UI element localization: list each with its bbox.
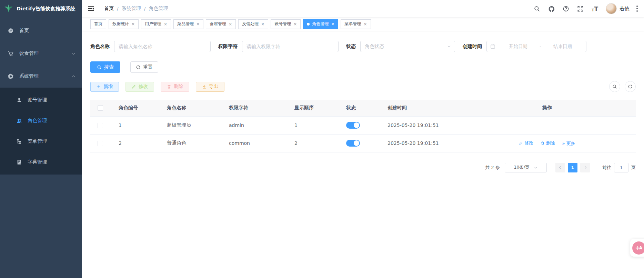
table-toolbar: 新增 修改 删除 导出 <box>90 81 636 92</box>
page-unit-label: 页 <box>631 165 636 171</box>
sidebar-fold-icon[interactable] <box>88 5 94 12</box>
tab-role-mgmt[interactable]: 角色管理× <box>303 19 338 29</box>
breadcrumb: 首页 / 系统管理 / 角色管理 <box>104 6 168 12</box>
close-icon[interactable]: × <box>131 22 135 26</box>
translate-button[interactable]: 中A <box>632 241 644 255</box>
next-page-button[interactable] <box>580 163 590 172</box>
logo-row[interactable]: Dietify智能饮食推荐系统 <box>0 0 82 17</box>
sidebar-item-diet[interactable]: 饮食管理 <box>0 42 82 65</box>
breadcrumb-home[interactable]: 首页 <box>104 6 114 12</box>
breadcrumb-current: 角色管理 <box>149 6 168 12</box>
github-icon[interactable] <box>548 6 555 12</box>
more-menu-icon[interactable] <box>635 4 639 13</box>
cell-created: 2025-05-20 19:01:51 <box>379 116 459 134</box>
tab-menu-mgmt[interactable]: 菜单管理× <box>341 19 371 29</box>
prev-page-button[interactable] <box>555 163 565 172</box>
status-toggle[interactable] <box>346 122 360 129</box>
chevron-down-icon <box>534 166 538 170</box>
tab-data-stats[interactable]: 数据统计× <box>109 19 139 29</box>
export-button[interactable]: 导出 <box>196 82 224 92</box>
pagination-total: 共 2 条 <box>485 165 500 171</box>
tree-table-icon <box>17 139 22 144</box>
sidebar-item-label: 字典管理 <box>28 159 47 165</box>
search-button[interactable]: 搜索 <box>90 61 120 73</box>
tab-ingredient-mgmt[interactable]: 食材管理× <box>206 19 236 29</box>
row-checkbox[interactable] <box>98 123 103 128</box>
cell-role-name: 普通角色 <box>159 134 221 152</box>
sidebar-item-label: 角色管理 <box>28 118 47 124</box>
close-icon[interactable]: × <box>164 22 167 26</box>
sidebar-item-dict[interactable]: 字典管理 <box>0 152 82 172</box>
close-icon[interactable]: × <box>363 22 367 26</box>
font-size-icon[interactable]: TT <box>592 6 598 12</box>
cell-order: 2 <box>286 134 341 152</box>
create-time-label: 创建时间 <box>463 43 482 50</box>
close-icon[interactable]: × <box>261 22 264 26</box>
main-area: 首页 / 系统管理 / 角色管理 <box>82 0 644 278</box>
filter-form: 角色名称 权限字符 状态 角色状态 创 <box>90 41 636 52</box>
sidebar-item-label: 账号管理 <box>28 97 47 103</box>
role-name-input[interactable] <box>114 41 211 52</box>
goto-label: 前往 <box>602 165 611 171</box>
filter-status: 状态 角色状态 <box>346 41 455 52</box>
row-edit-link[interactable]: 修改 <box>519 140 533 146</box>
app-logo-leaf-icon <box>3 3 14 14</box>
page-number-1[interactable]: 1 <box>568 163 577 172</box>
header-role-name: 角色名称 <box>159 100 221 116</box>
perm-key-input[interactable] <box>242 41 339 52</box>
cell-role-id: 1 <box>110 116 159 134</box>
header-ops: 操作 <box>459 100 636 116</box>
close-icon[interactable]: × <box>196 22 200 26</box>
tab-account-mgmt[interactable]: 账号管理× <box>271 19 301 29</box>
pagination: 共 2 条 10条/页 1 前往 页 <box>90 163 636 172</box>
tab-feedback[interactable]: 反馈处理× <box>238 19 268 29</box>
page-size-select[interactable]: 10条/页 <box>505 163 547 172</box>
tab-home[interactable]: 首页 <box>90 19 106 29</box>
table-row: 2 普通角色 common 2 2025-05-20 19:01:51 修改 <box>90 134 636 152</box>
search-actions: 搜索 重置 <box>90 61 636 73</box>
close-icon[interactable]: × <box>229 22 232 26</box>
page-content: 角色名称 权限字符 状态 角色状态 创 <box>82 31 644 278</box>
tab-user-mgmt[interactable]: 用户管理× <box>141 19 171 29</box>
end-date-placeholder[interactable]: 结束日期 <box>543 43 583 50</box>
fullscreen-icon[interactable] <box>577 6 584 12</box>
user-avatar[interactable] <box>606 3 617 14</box>
status-select[interactable]: 角色状态 <box>360 41 455 52</box>
cell-created: 2025-05-20 19:01:51 <box>379 134 459 152</box>
date-range-picker[interactable]: 开始日期 - 结束日期 <box>486 41 586 52</box>
row-checkbox[interactable] <box>98 141 103 146</box>
cell-role-name: 超级管理员 <box>159 116 221 134</box>
peoples-icon <box>17 118 22 123</box>
user-name[interactable]: 若依 <box>620 6 630 12</box>
add-button[interactable]: 新增 <box>90 82 119 92</box>
row-delete-link[interactable]: 删除 <box>541 140 555 146</box>
edit-button[interactable]: 修改 <box>125 82 154 92</box>
sidebar-item-home[interactable]: 首页 <box>0 19 82 42</box>
start-date-placeholder[interactable]: 开始日期 <box>498 43 538 50</box>
row-more-link[interactable]: » 更多 <box>562 140 575 147</box>
reset-button[interactable]: 重置 <box>130 61 158 73</box>
tab-dish-mgmt[interactable]: 菜品管理× <box>173 19 203 29</box>
select-all-checkbox[interactable] <box>98 105 103 111</box>
sidebar-item-accounts[interactable]: 账号管理 <box>0 90 82 110</box>
edit-pencil-icon <box>132 85 136 89</box>
sidebar-item-system[interactable]: 系统管理 <box>0 65 82 88</box>
breadcrumb-separator: / <box>117 6 119 11</box>
search-icon[interactable] <box>534 6 540 12</box>
close-icon[interactable]: × <box>293 22 297 26</box>
double-arrow-icon: » <box>562 141 565 146</box>
help-icon[interactable] <box>563 6 569 12</box>
refresh-table-button[interactable] <box>625 81 636 92</box>
goto-page-input[interactable] <box>614 163 628 172</box>
system-submenu: 账号管理 角色管理 <box>0 88 82 175</box>
cell-ops: 修改 删除 » 更多 <box>459 134 636 152</box>
toggle-search-button[interactable] <box>609 81 620 92</box>
delete-button[interactable]: 删除 <box>161 82 189 92</box>
sidebar-item-roles[interactable]: 角色管理 <box>0 110 82 131</box>
floating-panel: 中A <box>630 239 644 257</box>
status-toggle[interactable] <box>346 140 360 147</box>
date-range-separator: - <box>538 44 543 49</box>
status-label: 状态 <box>346 43 356 50</box>
sidebar-item-menus[interactable]: 菜单管理 <box>0 131 82 152</box>
close-icon[interactable]: × <box>331 22 334 26</box>
